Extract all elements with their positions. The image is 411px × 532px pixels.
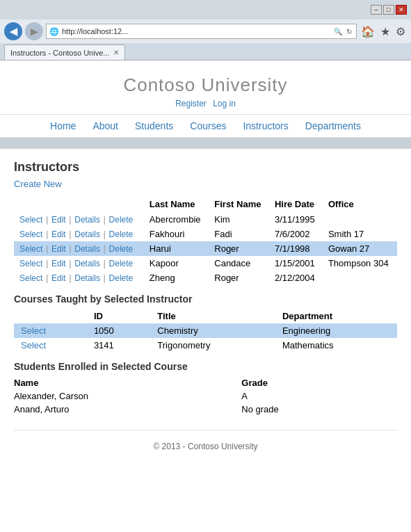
- office: Smith 17: [323, 227, 397, 241]
- student-name: Alexander, Carson: [14, 389, 200, 403]
- last-name: Zheng: [144, 271, 209, 285]
- nav-students[interactable]: Students: [135, 120, 173, 131]
- office: Thompson 304: [323, 256, 397, 271]
- instructor-actions: Select | Edit | Details | Delete: [14, 256, 144, 271]
- home-icon[interactable]: 🏠: [360, 25, 376, 38]
- favorites-icon[interactable]: ★: [379, 25, 392, 38]
- first-name: Roger: [209, 271, 269, 285]
- nav-about[interactable]: About: [92, 120, 118, 131]
- first-name: Fadi: [209, 227, 269, 241]
- first-name: Kim: [209, 212, 269, 227]
- nav-courses[interactable]: Courses: [190, 120, 226, 131]
- col-first-name: First Name: [209, 196, 269, 212]
- col-actions: [14, 196, 144, 212]
- instructor-edit-link-1[interactable]: Edit: [51, 229, 66, 239]
- instructor-edit-link-0[interactable]: Edit: [51, 215, 66, 225]
- back-button[interactable]: ◀: [4, 22, 22, 40]
- register-link[interactable]: Register: [175, 99, 207, 108]
- page-wrapper: Contoso University Register Log in Home …: [0, 61, 411, 532]
- instructor-details-link-0[interactable]: Details: [74, 215, 100, 225]
- office: [323, 271, 397, 285]
- auth-links: Register Log in: [0, 99, 411, 108]
- students-col-name: Name: [14, 376, 200, 389]
- refresh-icon[interactable]: ↻: [345, 28, 353, 35]
- minimize-button[interactable]: –: [371, 5, 382, 15]
- course-select-link-0[interactable]: Select: [21, 325, 46, 336]
- search-icon[interactable]: 🔍: [332, 28, 344, 35]
- nav-menu: Home About Students Courses Instructors …: [0, 114, 411, 138]
- instructor-actions: Select | Edit | Details | Delete: [14, 241, 144, 256]
- courses-col-select: [14, 309, 87, 323]
- student-row: Alexander, CarsonA: [14, 389, 397, 403]
- instructor-delete-link-0[interactable]: Delete: [109, 215, 134, 225]
- course-select-0[interactable]: Select: [14, 323, 87, 338]
- tab-close-icon[interactable]: ✕: [113, 49, 119, 56]
- students-col-grade: Grade: [200, 376, 397, 389]
- address-actions: 🔍 ↻: [332, 28, 353, 35]
- office: Gowan 27: [323, 241, 397, 256]
- hire-date: 1/15/2001: [269, 256, 323, 271]
- students-heading: Students Enrolled in Selected Course: [14, 361, 397, 372]
- instructor-details-link-3[interactable]: Details: [74, 259, 100, 268]
- instructor-row: Select | Edit | Details | DeleteAbercrom…: [14, 212, 397, 227]
- instructor-delete-link-1[interactable]: Delete: [109, 229, 134, 239]
- instructor-details-link-2[interactable]: Details: [74, 244, 100, 254]
- grey-band: [0, 138, 411, 149]
- browser-tab[interactable]: Instructors - Contoso Unive... ✕: [4, 45, 125, 60]
- close-button[interactable]: ✕: [396, 5, 407, 15]
- instructor-row: Select | Edit | Details | DeleteHaruiRog…: [14, 241, 397, 256]
- courses-table: ID Title Department Select1050ChemistryE…: [14, 309, 397, 353]
- course-row: Select3141TrigonometryMathematics: [14, 338, 397, 353]
- forward-button: ▶: [25, 22, 43, 40]
- instructor-details-link-4[interactable]: Details: [74, 273, 100, 283]
- address-bar[interactable]: 🌐 http://localhost:12... 🔍 ↻: [46, 24, 357, 39]
- instructor-delete-link-4[interactable]: Delete: [109, 273, 134, 283]
- col-office: Office: [323, 196, 397, 212]
- nav-instructors[interactable]: Instructors: [243, 120, 288, 131]
- instructor-details-link-1[interactable]: Details: [74, 229, 100, 239]
- settings-icon[interactable]: ⚙: [394, 25, 407, 38]
- instructor-edit-link-3[interactable]: Edit: [51, 259, 66, 268]
- instructor-edit-link-4[interactable]: Edit: [51, 273, 66, 283]
- address-text: http://localhost:12...: [62, 27, 330, 35]
- instructor-select-link-0[interactable]: Select: [19, 215, 42, 225]
- title-bar: – □ ✕: [0, 0, 411, 19]
- nav-home[interactable]: Home: [50, 120, 76, 131]
- office: [323, 212, 397, 227]
- hire-date: 7/6/2002: [269, 227, 323, 241]
- instructor-select-link-3[interactable]: Select: [19, 259, 42, 268]
- last-name: Harui: [144, 241, 209, 256]
- browser-chrome: – □ ✕ ◀ ▶ 🌐 http://localhost:12... 🔍 ↻ 🏠…: [0, 0, 411, 61]
- student-grade: No grade: [200, 403, 397, 416]
- instructor-select-link-4[interactable]: Select: [19, 273, 42, 283]
- instructor-edit-link-2[interactable]: Edit: [51, 244, 66, 254]
- student-name: Anand, Arturo: [14, 403, 200, 416]
- instructor-row: Select | Edit | Details | DeleteKapoorCa…: [14, 256, 397, 271]
- tab-bar: Instructors - Contoso Unive... ✕: [0, 43, 411, 60]
- course-id: 1050: [87, 323, 150, 338]
- instructor-select-link-1[interactable]: Select: [19, 229, 42, 239]
- instructor-delete-link-3[interactable]: Delete: [109, 259, 134, 268]
- course-select-link-1[interactable]: Select: [21, 340, 46, 350]
- site-header: Contoso University Register Log in: [0, 61, 411, 114]
- instructor-actions: Select | Edit | Details | Delete: [14, 212, 144, 227]
- course-row: Select1050ChemistryEngineering: [14, 323, 397, 338]
- students-table: Name Grade Alexander, CarsonAAnand, Artu…: [14, 376, 397, 416]
- content-area: Instructors Create New Last Name First N…: [0, 149, 411, 474]
- page-icon: 🌐: [49, 27, 59, 36]
- course-select-1[interactable]: Select: [14, 338, 87, 353]
- instructor-delete-link-2[interactable]: Delete: [109, 244, 134, 254]
- nav-departments[interactable]: Departments: [305, 120, 361, 131]
- instructor-row: Select | Edit | Details | DeleteFakhouri…: [14, 227, 397, 241]
- first-name: Candace: [209, 256, 269, 271]
- instructor-select-link-2[interactable]: Select: [19, 244, 42, 254]
- maximize-button[interactable]: □: [383, 5, 394, 15]
- student-row: Anand, ArturoNo grade: [14, 403, 397, 416]
- col-last-name: Last Name: [144, 196, 209, 212]
- last-name: Kapoor: [144, 256, 209, 271]
- create-new-link[interactable]: Create New: [14, 179, 62, 189]
- courses-heading: Courses Taught by Selected Instructor: [14, 293, 397, 305]
- login-link[interactable]: Log in: [213, 99, 236, 108]
- courses-col-title: Title: [150, 309, 275, 323]
- footer: © 2013 - Contoso University: [14, 430, 397, 462]
